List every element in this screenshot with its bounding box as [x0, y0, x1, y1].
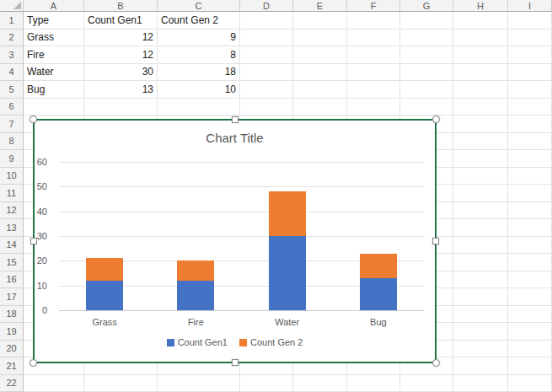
cell-H7[interactable]: [453, 115, 508, 133]
y-tick-label-0[interactable]: 0: [20, 305, 47, 315]
cell-F3[interactable]: [347, 46, 400, 64]
resize-handle-e[interactable]: [432, 238, 439, 244]
cell-D2[interactable]: [240, 30, 293, 47]
column-header-B[interactable]: B: [84, 0, 158, 12]
cell-I5[interactable]: [508, 81, 552, 99]
resize-handle-se[interactable]: [432, 359, 440, 367]
cell-E5[interactable]: [293, 81, 347, 99]
cell-H17[interactable]: [453, 288, 508, 306]
select-all-button[interactable]: [0, 0, 24, 12]
cell-I7[interactable]: [508, 115, 552, 133]
cell-H14[interactable]: [453, 237, 508, 255]
bar-bug-count-gen-2[interactable]: [360, 254, 397, 278]
cell-C6[interactable]: [158, 99, 240, 116]
cell-C22[interactable]: [158, 375, 240, 392]
cell-H6[interactable]: [453, 99, 508, 116]
cell-F4[interactable]: [347, 64, 400, 82]
chart-title[interactable]: Chart Title: [35, 130, 435, 147]
cell-I17[interactable]: [508, 288, 552, 306]
y-tick-label-10[interactable]: 10: [20, 281, 47, 291]
cell-I16[interactable]: [508, 271, 552, 289]
cell-B3[interactable]: 12: [84, 46, 158, 64]
cell-G3[interactable]: [400, 46, 453, 64]
cell-G4[interactable]: [400, 64, 453, 82]
category-label-fire[interactable]: Fire: [150, 317, 241, 327]
cell-I10[interactable]: [508, 168, 552, 185]
resize-handle-nw[interactable]: [29, 115, 37, 123]
cell-F5[interactable]: [347, 81, 400, 99]
row-header-3[interactable]: 3: [0, 46, 24, 64]
cell-B2[interactable]: 12: [84, 30, 158, 47]
cell-I2[interactable]: [508, 30, 552, 47]
cell-D1[interactable]: [240, 12, 293, 30]
category-label-grass[interactable]: Grass: [59, 317, 150, 327]
cell-H8[interactable]: [453, 133, 508, 151]
cell-F6[interactable]: [347, 99, 400, 116]
cell-I20[interactable]: [508, 341, 552, 358]
cell-H15[interactable]: [453, 254, 508, 271]
cell-D3[interactable]: [240, 46, 293, 64]
cell-F1[interactable]: [347, 12, 400, 30]
cell-I18[interactable]: [508, 306, 552, 324]
cell-G1[interactable]: [400, 12, 453, 30]
cell-A3[interactable]: Fire: [24, 46, 84, 64]
cell-G5[interactable]: [400, 81, 453, 99]
cell-G2[interactable]: [400, 30, 453, 47]
cell-D4[interactable]: [240, 64, 293, 82]
cell-I21[interactable]: [508, 357, 552, 375]
cell-I9[interactable]: [508, 150, 552, 168]
cell-I14[interactable]: [508, 237, 552, 255]
category-label-water[interactable]: Water: [242, 317, 333, 327]
cell-E6[interactable]: [293, 99, 347, 116]
bar-water-count-gen1[interactable]: [269, 236, 306, 310]
cell-I15[interactable]: [508, 254, 552, 271]
row-header-4[interactable]: 4: [0, 64, 24, 82]
cell-I11[interactable]: [508, 185, 552, 202]
cell-G22[interactable]: [400, 375, 453, 392]
bar-fire-count-gen-2[interactable]: [177, 260, 214, 280]
cell-I13[interactable]: [508, 219, 552, 237]
legend-item-count-gen-2[interactable]: Count Gen 2: [239, 337, 303, 347]
cell-I1[interactable]: [508, 12, 552, 30]
cell-H19[interactable]: [453, 323, 508, 341]
column-header-H[interactable]: H: [453, 0, 508, 12]
cell-A22[interactable]: [24, 375, 84, 392]
cell-I3[interactable]: [508, 46, 552, 64]
cell-A5[interactable]: Bug: [24, 81, 84, 99]
row-header-19[interactable]: 19: [0, 323, 24, 341]
row-header-8[interactable]: 8: [0, 133, 24, 151]
bar-water-count-gen-2[interactable]: [269, 191, 306, 236]
cell-H10[interactable]: [453, 168, 508, 185]
chart[interactable]: Chart Title Count Gen1Count Gen 2 010203…: [33, 119, 437, 363]
row-header-5[interactable]: 5: [0, 81, 24, 99]
y-tick-label-20[interactable]: 20: [20, 255, 47, 266]
cell-H18[interactable]: [453, 306, 508, 324]
row-header-20[interactable]: 20: [0, 341, 24, 358]
chart-legend[interactable]: Count Gen1Count Gen 2: [35, 337, 435, 347]
column-header-F[interactable]: F: [347, 0, 400, 12]
cell-F2[interactable]: [347, 30, 400, 47]
cell-H3[interactable]: [453, 46, 508, 64]
cell-C3[interactable]: 8: [158, 46, 240, 64]
cell-B4[interactable]: 30: [84, 64, 158, 82]
bar-fire-count-gen1[interactable]: [177, 281, 214, 310]
column-header-G[interactable]: G: [400, 0, 453, 12]
y-tick-label-50[interactable]: 50: [20, 181, 47, 191]
cell-B1[interactable]: Count Gen1: [84, 12, 158, 30]
resize-handle-s[interactable]: [232, 359, 238, 366]
cell-B22[interactable]: [84, 375, 158, 392]
resize-handle-ne[interactable]: [432, 115, 440, 123]
cell-E22[interactable]: [293, 375, 347, 392]
cell-I4[interactable]: [508, 64, 552, 82]
cell-H16[interactable]: [453, 271, 508, 289]
cell-H13[interactable]: [453, 219, 508, 237]
bar-grass-count-gen1[interactable]: [86, 281, 123, 310]
cell-H5[interactable]: [453, 81, 508, 99]
cell-A4[interactable]: Water: [24, 64, 84, 82]
cell-A6[interactable]: [24, 99, 84, 116]
cell-I12[interactable]: [508, 202, 552, 220]
cell-G6[interactable]: [400, 99, 453, 116]
cell-D5[interactable]: [240, 81, 293, 99]
cell-E2[interactable]: [293, 30, 347, 47]
cell-E3[interactable]: [293, 46, 347, 64]
